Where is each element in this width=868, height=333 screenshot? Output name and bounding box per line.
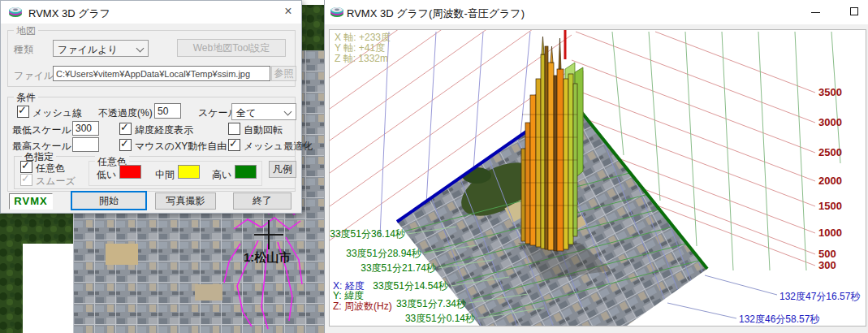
city-marker-label: 1:松山市 <box>244 250 291 264</box>
type-select[interactable]: ファイルより <box>53 40 149 57</box>
low-color-swatch[interactable] <box>119 165 141 179</box>
svg-text:132度46分58.57秒: 132度46分58.57秒 <box>739 314 819 325</box>
arbitrary-color-label: 任意色 <box>36 162 65 175</box>
check-icon: ✓ <box>21 172 30 184</box>
browse-button[interactable]: 参照 <box>271 66 296 81</box>
check-icon: ✓ <box>120 121 129 133</box>
check-icon: ✓ <box>229 137 238 149</box>
mesh-optimize-label: メッシュ最適化 <box>244 140 313 154</box>
mid-label: 中間 <box>155 168 175 182</box>
type-label: 種類 <box>14 43 33 57</box>
start-button[interactable]: 開始 <box>71 191 147 210</box>
file-path-input[interactable] <box>53 66 270 81</box>
graph-window-title: RVMX 3D グラフ(周波数-音圧グラフ) <box>347 6 525 21</box>
dialog-titlebar[interactable]: RVMX 3D グラフ × <box>1 1 301 24</box>
check-icon: ✓ <box>21 159 30 171</box>
legend-z: Z: 周波数(Hz) <box>333 301 392 312</box>
plot-3d: X 軸: +233度 Y 軸: +41度 Z 軸: 1332m 3500 300… <box>330 30 866 326</box>
svg-text:33度51分28.94秒: 33度51分28.94秒 <box>346 248 421 259</box>
arbitrary-color-checkbox[interactable]: ✓ <box>20 161 32 173</box>
mouse-xy-label: マウスのXY動作自由 <box>135 140 227 154</box>
opacity-label: 不透過度(%) <box>98 106 153 120</box>
svg-text:300: 300 <box>818 259 836 271</box>
z-scale-labels: 3500 3000 2500 2000 1500 1000 500 300 <box>818 86 842 271</box>
min-scale-input[interactable] <box>72 121 99 136</box>
graph-titlebar[interactable]: RVMX 3D グラフ(周波数-音圧グラフ) <box>325 0 868 24</box>
svg-text:33度51分7.34秒: 33度51分7.34秒 <box>396 298 466 309</box>
maximize-button[interactable] <box>842 0 866 24</box>
latlon-checkbox[interactable]: ✓ <box>119 123 132 135</box>
mid-color-swatch[interactable] <box>178 165 200 179</box>
mouse-xy-checkbox[interactable]: ✓ <box>119 139 132 151</box>
minimize-icon <box>811 12 820 13</box>
svg-text:33度51分0.14秒: 33度51分0.14秒 <box>405 313 475 324</box>
desktop-white-strip <box>23 244 73 333</box>
web-map-tool-button[interactable]: Web地図Tool設定 <box>177 39 286 57</box>
smooth-checkbox[interactable]: ✓ <box>20 174 32 186</box>
close-icon[interactable]: × <box>277 1 300 23</box>
maximize-icon <box>850 7 858 15</box>
min-scale-label: 最低スケール <box>12 123 71 137</box>
svg-text:500: 500 <box>818 248 836 260</box>
plot-canvas[interactable]: X 軸: +233度 Y 軸: +41度 Z 軸: 1332m 3500 300… <box>329 29 866 327</box>
mesh-line-label: メッシュ線 <box>32 106 82 120</box>
latlon-label: 緯度経度表示 <box>135 123 193 137</box>
screen: 1:松山市 RVMX 3D グラフ × 地図 種類 ファイルより Web地図To… <box>0 0 868 333</box>
svg-text:2500: 2500 <box>818 146 842 158</box>
end-button[interactable]: 終了 <box>233 192 291 210</box>
smooth-label: スムーズ <box>36 175 76 188</box>
legend-button[interactable]: 凡例 <box>269 161 296 178</box>
app-icon <box>330 6 344 19</box>
svg-text:2000: 2000 <box>818 175 842 187</box>
axis-info-y: Y 軸: +41度 <box>335 42 385 54</box>
minimize-button[interactable] <box>803 0 827 24</box>
auto-rotate-checkbox[interactable] <box>228 123 240 135</box>
axis-info-x: X 軸: +233度 <box>335 32 391 43</box>
frequency-bars <box>521 37 583 251</box>
mesh-optimize-checkbox[interactable]: ✓ <box>228 139 240 151</box>
chevron-down-icon <box>284 108 292 116</box>
longitude-labels: 132度47分16.57秒 132度46分58.57秒 <box>739 291 860 325</box>
svg-text:33度51分14.54秒: 33度51分14.54秒 <box>373 280 448 292</box>
check-icon: ✓ <box>120 137 129 149</box>
axis-info: X 軸: +233度 Y 軸: +41度 Z 軸: 1332m <box>335 32 391 64</box>
svg-text:33度51分21.74秒: 33度51分21.74秒 <box>361 262 436 274</box>
brand-badge: RVMX <box>9 193 53 210</box>
map-group-label: 地図 <box>14 24 38 38</box>
max-scale-input[interactable] <box>72 137 99 152</box>
check-icon: ✓ <box>18 104 27 116</box>
file-label: ファイル <box>14 69 54 83</box>
dialog-title: RVMX 3D グラフ <box>28 6 110 21</box>
svg-text:3000: 3000 <box>818 116 842 128</box>
condition-group-label: 条件 <box>14 91 38 105</box>
settings-dialog: RVMX 3D グラフ × 地図 種類 ファイルより Web地図Tool設定 フ… <box>0 0 302 214</box>
opacity-input[interactable] <box>154 103 181 119</box>
mesh-line-checkbox[interactable]: ✓ <box>17 106 29 118</box>
app-icon <box>9 6 23 19</box>
svg-text:132度47分16.57秒: 132度47分16.57秒 <box>779 291 860 302</box>
axis-info-z: Z 軸: 1332m <box>335 53 388 64</box>
svg-text:1000: 1000 <box>818 227 842 239</box>
legend-y: Y: 緯度 <box>333 290 364 301</box>
svg-text:1500: 1500 <box>818 200 842 212</box>
svg-text:33度51分36.14秒: 33度51分36.14秒 <box>330 228 405 240</box>
photo-button[interactable]: 写真撮影 <box>155 192 216 210</box>
svg-text:3500: 3500 <box>818 86 842 98</box>
high-label: 高い <box>212 168 231 182</box>
chevron-down-icon <box>136 45 145 53</box>
high-color-swatch[interactable] <box>235 165 257 179</box>
low-label: 低い <box>97 168 116 182</box>
auto-rotate-label: 自動回転 <box>244 123 283 137</box>
scale-select[interactable]: 全て <box>231 103 296 120</box>
graph-window: RVMX 3D グラフ(周波数-音圧グラフ) <box>324 0 868 333</box>
